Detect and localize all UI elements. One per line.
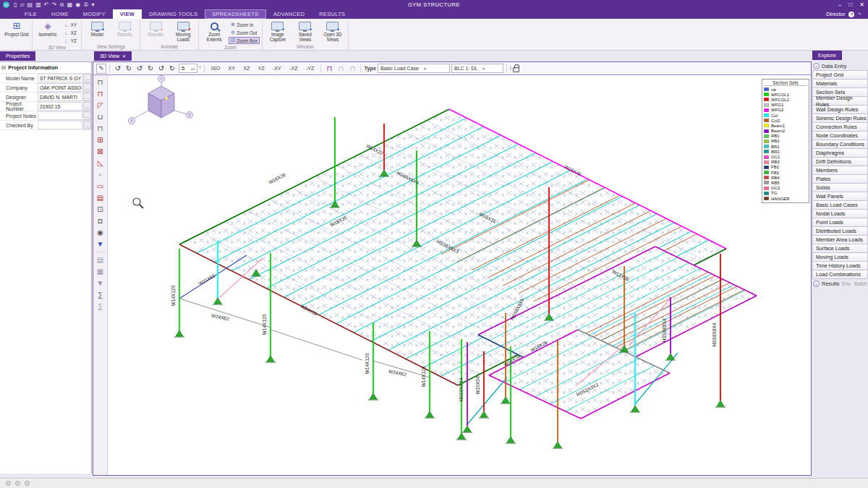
load-type-select[interactable]: Basic Load Case ▼: [378, 64, 450, 73]
ribbon-tab-results[interactable]: RESULTS: [312, 9, 352, 19]
loads-tool-icon[interactable]: ⊡: [95, 204, 106, 215]
split-members-icon[interactable]: ⊠: [95, 146, 106, 157]
rotate-ccw-icon[interactable]: ↺: [113, 64, 123, 74]
collapse-data-entry-icon[interactable]: ∧: [813, 63, 820, 69]
delete-items-icon[interactable]: ◺: [95, 158, 106, 168]
svg-text:HSS8X8X4: HSS8X8X4: [459, 377, 464, 401]
close-icon[interactable]: ✕: [859, 0, 864, 9]
xy-button[interactable]: ∟XY: [62, 21, 79, 28]
sum-lc-icon[interactable]: ∑: [95, 301, 106, 312]
sum-icon[interactable]: ∑: [95, 289, 106, 300]
ribbon-tab-home[interactable]: HOME: [44, 9, 76, 19]
view-yz-button[interactable]: YZ: [254, 64, 268, 74]
view-iso-button[interactable]: ISO: [208, 64, 224, 74]
member-labels-icon[interactable]: ⊓: [347, 64, 357, 74]
results-section-header[interactable]: ∨ Results Env Batch: [812, 279, 868, 288]
project-notes-field[interactable]: [38, 111, 82, 120]
minimize-icon[interactable]: –: [838, 0, 841, 9]
load-case-select[interactable]: BLC 1: DL ▼: [451, 64, 503, 73]
draw-members-icon[interactable]: ⊓: [95, 77, 106, 87]
zoom-box-button[interactable]: ⊡Zoom Box: [229, 37, 260, 44]
project-grid-button[interactable]: ⊞Project Grid: [4, 20, 30, 37]
node-labels-icon[interactable]: ⊓: [336, 64, 346, 74]
view--xz-button[interactable]: -XZ: [286, 64, 302, 74]
project-information-header[interactable]: ⊟ Project Information: [0, 62, 91, 74]
model-name-field[interactable]: ST PATRICK S GY: [38, 74, 82, 82]
view--yz-button[interactable]: -YZ: [302, 64, 318, 74]
results-filter-icon[interactable]: ▼: [95, 278, 106, 288]
checked-by-field[interactable]: [38, 121, 82, 129]
rotate-cw-icon[interactable]: ↻: [124, 64, 134, 74]
member-modify-icon[interactable]: ▭: [95, 181, 106, 192]
saved-views-button[interactable]: Saved Views: [292, 20, 318, 42]
xz-button[interactable]: ∟XZ: [62, 29, 79, 36]
ribbon-tab-file[interactable]: FILE: [17, 9, 44, 19]
browse-button[interactable]: …: [83, 111, 91, 120]
properties-panel-tab[interactable]: Properties: [0, 51, 35, 61]
model-button[interactable]: Model: [84, 20, 110, 37]
ribbon-tab-view[interactable]: VIEW: [113, 9, 142, 19]
view-xz-button[interactable]: XZ: [239, 64, 253, 74]
company-field[interactable]: OAK POINT ASSO: [38, 83, 82, 92]
zoom-out-button[interactable]: ⊖Zoom Out: [229, 29, 260, 36]
draw-columns-icon[interactable]: ⊔: [95, 111, 106, 122]
plate-modify-icon[interactable]: ▤: [95, 192, 106, 203]
project-number-field[interactable]: 21902.15: [38, 102, 82, 111]
browse-button[interactable]: …: [83, 93, 91, 101]
open-3d-views-button[interactable]: Open 3D Views: [320, 20, 346, 42]
legend-entry: RB2: [764, 139, 807, 144]
visibility-icon[interactable]: ◉: [95, 227, 106, 238]
rotate-cw-icon[interactable]: ↻: [167, 64, 177, 74]
draw-continuous-members-icon[interactable]: ⊓: [95, 88, 106, 99]
browse-button[interactable]: …: [83, 83, 91, 92]
save-selection-icon[interactable]: ▤: [95, 254, 106, 265]
ribbon-tab-spreadsheets[interactable]: SPREADSHEETS: [205, 9, 265, 19]
zoom-extents-button[interactable]: Zoom Extents: [201, 20, 227, 42]
rotate-ccw-icon[interactable]: ↺: [135, 64, 145, 74]
explore-item-member-design-rules[interactable]: Member Design Rules: [812, 96, 868, 106]
maximize-icon[interactable]: □: [848, 0, 852, 9]
draw-frames-icon[interactable]: ⊓: [95, 123, 106, 134]
structure-model[interactable]: W16X26W16X40W24X55W16X26W14X22HSS5X5X4W1…: [108, 75, 809, 474]
view-xy-button[interactable]: XY: [224, 64, 239, 74]
ribbon-tab-advanced[interactable]: ADVANCED: [266, 9, 312, 19]
3d-view-tab[interactable]: 3D View ✕: [94, 51, 132, 61]
lock-selection-icon[interactable]: ◘: [95, 215, 106, 226]
browse-button[interactable]: …: [83, 74, 91, 82]
property-row: Project Number21902.15…: [0, 102, 91, 111]
selection-filter-icon[interactable]: ▼: [95, 239, 106, 249]
node-tool-icon[interactable]: ▫: [95, 169, 106, 180]
rotate-step-input[interactable]: 5 ▴▾: [179, 64, 197, 73]
generate-structure-icon[interactable]: ⊞: [95, 134, 106, 145]
snapshot-icon[interactable]: ▦: [95, 266, 106, 277]
batch-button[interactable]: Batch: [854, 281, 867, 286]
browse-button[interactable]: …: [83, 102, 91, 111]
collapse-section-icon[interactable]: ⊟: [1, 64, 6, 71]
explore-item-load-combinations[interactable]: Load Combinations: [812, 270, 868, 279]
model-canvas[interactable]: W16X26W16X40W24X55W16X26W14X22HSS5X5X4W1…: [108, 75, 811, 475]
lock-icon[interactable]: [513, 67, 519, 72]
ribbon-tab-modify[interactable]: MODIFY: [76, 9, 113, 19]
zoom-in-button[interactable]: ⊕Zoom In: [229, 21, 260, 28]
image-capture-button[interactable]: Image Capture: [265, 20, 291, 42]
ribbon-tab-drawing-tools[interactable]: DRAWING TOOLS: [142, 9, 205, 19]
collapse-ribbon-icon[interactable]: ^: [858, 11, 861, 17]
rotate-ccw-icon[interactable]: ↺: [156, 64, 166, 74]
browse-button[interactable]: …: [83, 121, 91, 129]
edit-mode-icon[interactable]: ✎: [96, 64, 106, 74]
view--xy-button[interactable]: -XY: [269, 64, 285, 74]
user-name[interactable]: Director: [826, 11, 845, 17]
draw-braces-icon[interactable]: ◸: [95, 100, 106, 111]
explore-panel-tab[interactable]: Explore: [812, 51, 842, 60]
render-mode-icon[interactable]: ⊓: [324, 64, 334, 74]
info-icon[interactable]: i: [510, 66, 511, 71]
isometric-button[interactable]: ◈Isometric: [35, 20, 61, 37]
rotate-cw-icon[interactable]: ↻: [145, 64, 156, 74]
designer-field[interactable]: DAVID N. MARTI: [38, 93, 82, 101]
yz-button[interactable]: ∟YZ: [62, 37, 79, 44]
help-icon[interactable]: ?: [848, 12, 854, 17]
expand-results-icon[interactable]: ∨: [813, 281, 820, 287]
moving-loads-button[interactable]: Moving Loads: [170, 20, 196, 42]
env-button[interactable]: Env: [842, 281, 851, 286]
close-view-icon[interactable]: ✕: [122, 53, 126, 59]
